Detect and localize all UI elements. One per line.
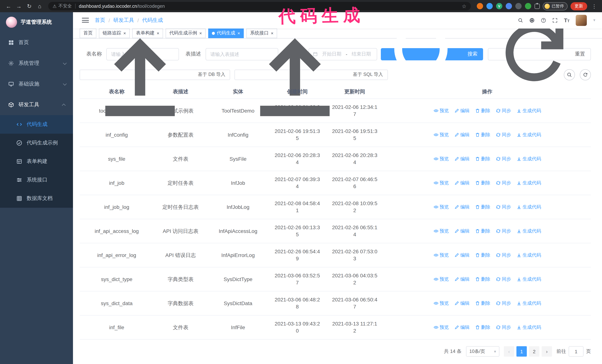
generate-code-link[interactable]: 生成代码 [516,107,541,114]
sync-link[interactable]: 同步 [495,179,511,187]
tab-codegen[interactable]: 代码生成× [208,28,244,38]
extension-icon[interactable] [515,3,522,9]
browser-update-button[interactable]: 更新 [570,2,587,10]
preview-link[interactable]: 预览 [433,228,449,235]
preview-link[interactable]: 预览 [433,131,449,138]
extension-icon[interactable] [525,3,531,9]
reset-button[interactable]: 重置 [488,48,591,60]
generate-code-link[interactable]: 生成代码 [516,252,541,259]
breadcrumb-devtools[interactable]: 研发工具 [113,17,134,24]
sync-link[interactable]: 同步 [495,155,511,162]
edit-link[interactable]: 编辑 [454,228,470,235]
delete-link[interactable]: 删除 [475,107,490,114]
delete-link[interactable]: 删除 [475,276,490,283]
breadcrumb-home[interactable]: 首页 [95,17,105,24]
sidebar-item-devtools[interactable]: 研发工具 [0,94,73,115]
generate-code-link[interactable]: 生成代码 [516,276,541,283]
import-db-button[interactable]: 基于 DB 导入 [80,69,230,80]
extension-icon[interactable] [506,3,512,9]
font-size-icon[interactable]: TT [564,17,570,23]
sync-link[interactable]: 同步 [495,252,511,259]
generate-code-link[interactable]: 生成代码 [516,155,541,162]
sidebar-item-label: 系统接口 [27,177,47,183]
delete-link[interactable]: 删除 [475,300,490,307]
reload-icon[interactable]: ↻ [24,1,34,11]
import-sql-button[interactable]: 基于 SQL 导入 [235,69,388,80]
delete-link[interactable]: 删除 [475,324,490,331]
edit-link[interactable]: 编辑 [454,107,470,114]
vue-devtools-icon[interactable]: V [496,3,502,9]
search-icon[interactable] [518,18,523,23]
forward-icon[interactable]: → [14,1,24,11]
github-icon[interactable] [529,18,535,23]
sync-link[interactable]: 同步 [495,228,511,235]
delete-link[interactable]: 删除 [475,228,490,235]
sidebar-item-home[interactable]: 首页 [0,32,73,53]
edit-link[interactable]: 编辑 [454,131,470,138]
preview-link[interactable]: 预览 [433,179,449,187]
edit-link[interactable]: 编辑 [454,324,470,331]
sync-link[interactable]: 同步 [495,203,511,210]
user-avatar[interactable] [576,15,587,26]
generate-code-link[interactable]: 生成代码 [516,324,541,331]
page-button-1[interactable]: 1 [516,346,527,357]
refresh-table-button[interactable] [580,69,591,80]
delete-link[interactable]: 删除 [475,131,490,138]
edit-link[interactable]: 编辑 [454,203,470,210]
hamburger-icon[interactable] [82,18,89,23]
generate-code-link[interactable]: 生成代码 [516,300,541,307]
edit-link[interactable]: 编辑 [454,252,470,259]
extension-icon[interactable] [486,3,493,9]
edit-link[interactable]: 编辑 [454,179,470,187]
sidebar-item-codegen-example[interactable]: 代码生成示例 [0,134,73,152]
goto-page-input[interactable] [569,346,583,357]
generate-code-link[interactable]: 生成代码 [516,131,541,138]
home-icon[interactable]: ⌂ [35,1,44,11]
address-bar[interactable]: ⚠ 不安全 dashboard.yudao.iocoder.cn /tool/c… [48,2,471,10]
browser-menu-icon[interactable]: ⋮ [590,3,598,9]
extensions-puzzle-icon[interactable] [535,3,540,9]
prev-page-button[interactable]: ‹ [504,346,514,357]
sync-link[interactable]: 同步 [495,324,511,331]
delete-link[interactable]: 删除 [475,155,490,162]
sync-link[interactable]: 同步 [495,107,511,114]
delete-link[interactable]: 删除 [475,252,490,259]
edit-link[interactable]: 编辑 [454,276,470,283]
generate-code-link[interactable]: 生成代码 [516,228,541,235]
generate-code-link[interactable]: 生成代码 [516,179,541,187]
delete-link[interactable]: 删除 [475,203,490,210]
sidebar-item-infra[interactable]: 基础设施 [0,74,73,94]
preview-link[interactable]: 预览 [433,155,449,162]
preview-link[interactable]: 预览 [433,300,449,307]
page-button-2[interactable]: 2 [529,346,539,357]
edit-link[interactable]: 编辑 [454,300,470,307]
browser-profile-chip[interactable]: 已暂停 [543,2,568,10]
sidebar-item-api[interactable]: 系统接口 [0,171,73,189]
fullscreen-icon[interactable] [552,18,558,23]
extension-icon[interactable] [477,3,483,9]
preview-link[interactable]: 预览 [433,203,449,210]
help-icon[interactable] [541,18,546,23]
chevron-down-icon[interactable]: ▾ [593,18,595,23]
delete-link[interactable]: 删除 [475,179,490,187]
preview-link[interactable]: 预览 [433,324,449,331]
sync-link[interactable]: 同步 [495,276,511,283]
close-icon[interactable]: × [199,31,202,35]
toggle-search-button[interactable] [564,69,575,80]
sync-link[interactable]: 同步 [495,300,511,307]
search-button[interactable]: 搜索 [381,48,483,60]
preview-link[interactable]: 预览 [433,107,449,114]
preview-link[interactable]: 预览 [433,252,449,259]
sidebar-item-form-builder[interactable]: 表单构建 [0,152,73,171]
sidebar-item-codegen[interactable]: 代码生成 [0,115,73,134]
sidebar-item-db-doc[interactable]: 数据库文档 [0,189,73,208]
sidebar-item-system[interactable]: 系统管理 [0,53,73,74]
generate-code-link[interactable]: 生成代码 [516,203,541,210]
bookmark-star-icon[interactable]: ☆ [462,3,466,9]
back-icon[interactable]: ← [4,1,13,11]
edit-link[interactable]: 编辑 [454,155,470,162]
preview-link[interactable]: 预览 [433,276,449,283]
page-size-select[interactable]: 10条/页 ▾ [466,346,499,357]
sync-link[interactable]: 同步 [495,131,511,138]
next-page-button[interactable]: › [542,346,552,357]
